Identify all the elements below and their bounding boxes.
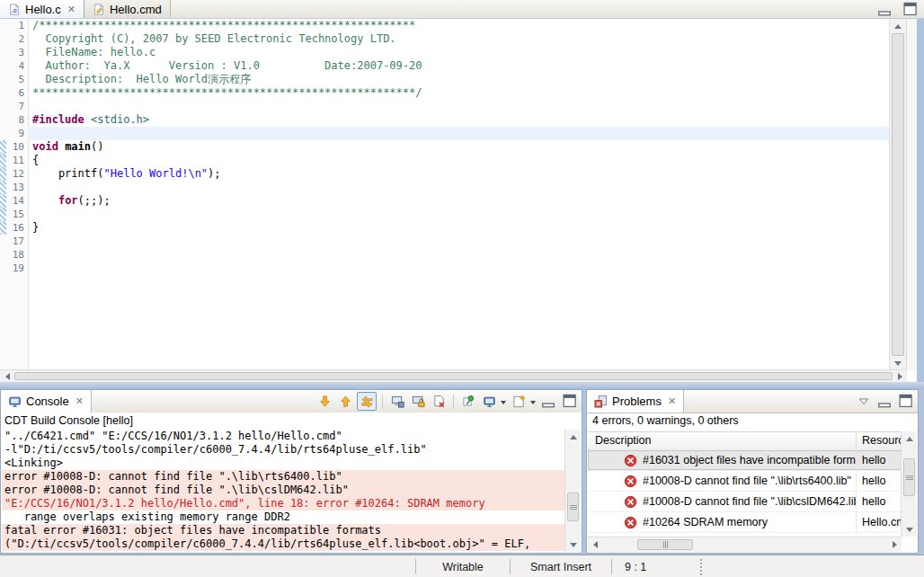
console-error-line[interactable]: error #10008-D: cannot find file ".\lib\… (2, 470, 564, 484)
clear-console-icon[interactable] (430, 393, 448, 410)
close-icon[interactable]: ✕ (76, 396, 84, 406)
console-line: range overlaps existing memory range DDR… (2, 510, 564, 524)
code-line-8[interactable]: 8#include <stdio.h> (0, 113, 890, 127)
problem-row[interactable]: #10264 SDRAM memoryHello.cmd (588, 512, 902, 533)
horizontal-sash[interactable] (0, 382, 924, 389)
minimize-icon[interactable] (875, 393, 893, 410)
code-line-13[interactable]: 13 (0, 181, 890, 194)
quickdiff-marker (0, 46, 6, 59)
code-line-5[interactable]: 5 Description: Hello World演示程序 (0, 73, 890, 86)
tab-console[interactable]: Console ✕ (1, 390, 92, 413)
problem-description-cell: #16031 object files have incompatible fo… (588, 450, 856, 470)
show-error-in-editor-icon[interactable] (357, 392, 377, 411)
code-line-9[interactable]: 9 (0, 127, 890, 140)
chevron-down-icon[interactable] (501, 395, 507, 408)
tab-problems[interactable]: Problems ✕ (587, 390, 684, 413)
problem-resource: hello (856, 471, 902, 491)
code-text (28, 208, 890, 221)
code-line-16[interactable]: 16} (0, 221, 890, 235)
console-error-line[interactable]: ("D:/ti/ccsv5/tools/compiler/c6000_7.4.4… (2, 537, 564, 551)
maximize-icon[interactable] (901, 1, 919, 18)
line-number: 2 (6, 32, 28, 46)
overview-ruler[interactable] (906, 19, 917, 370)
code-line-4[interactable]: 4 Author: Ya.X Version : V1.0 Date:2007-… (0, 59, 890, 73)
console-vertical-scrollbar[interactable] (564, 430, 581, 552)
error-icon (624, 495, 637, 509)
editor-vertical-scrollbar[interactable] (889, 19, 906, 370)
code-line-14[interactable]: 14 for(;;); (0, 194, 890, 208)
code-line-19[interactable]: 19 (0, 262, 890, 275)
code-line-3[interactable]: 3 FileName: hello.c (0, 46, 890, 59)
tab-hello-cmd[interactable]: Hello.cmd (84, 0, 171, 18)
code-line-17[interactable]: 17 (0, 235, 890, 248)
ide-window: .c Hello.c ✕ Hello.cmd 1/***************… (0, 0, 924, 577)
line-number: 13 (6, 181, 28, 194)
scroll-lock-icon[interactable] (409, 393, 427, 410)
pin-console-icon[interactable] (459, 393, 477, 410)
problems-vertical-scrollbar[interactable] (901, 431, 917, 537)
code-editor[interactable]: 1/**************************************… (0, 19, 890, 370)
svg-text:.c: .c (12, 6, 18, 14)
code-text (28, 235, 890, 248)
console-error-line[interactable]: fatal error #16031: object files have in… (2, 524, 564, 537)
problem-resource: hello (856, 450, 902, 470)
error-icon (624, 475, 637, 488)
problem-description: #10008-D cannot find file ".\lib\rts6400… (643, 475, 851, 487)
quickdiff-marker (0, 32, 6, 46)
code-line-1[interactable]: 1/**************************************… (0, 19, 890, 32)
line-number: 1 (6, 19, 28, 32)
code-line-12[interactable]: 12 printf("Hello World!\n"); (0, 167, 890, 181)
chevron-down-icon[interactable] (530, 395, 537, 408)
quickdiff-marker (0, 59, 6, 73)
next-error-icon[interactable] (315, 393, 333, 410)
code-line-11[interactable]: 11{ (0, 154, 890, 167)
open-console-icon[interactable] (510, 393, 528, 410)
console-line: <Linking> (2, 457, 564, 470)
editor-horizontal-scrollbar[interactable] (0, 369, 907, 382)
code-line-6[interactable]: 6***************************************… (0, 86, 890, 100)
console-icon (8, 395, 22, 408)
save-build-log-icon[interactable] (388, 393, 406, 410)
tab-hello-c[interactable]: .c Hello.c ✕ (0, 0, 84, 18)
console-error-line[interactable]: error #10008-D: cannot find file ".\lib\… (2, 484, 564, 497)
problem-resource: hello (856, 492, 902, 511)
maximize-icon[interactable] (560, 393, 578, 410)
code-text: /***************************************… (28, 19, 890, 32)
code-line-15[interactable]: 15 (0, 208, 890, 221)
problem-row[interactable]: #16031 object files have incompatible fo… (588, 450, 902, 471)
editor-area: .c Hello.c ✕ Hello.cmd 1/***************… (0, 0, 924, 382)
display-selected-console-icon[interactable] (480, 393, 498, 410)
quickdiff-marker (0, 235, 6, 248)
statusbar-grip (700, 559, 705, 575)
problems-horizontal-scrollbar[interactable] (588, 537, 902, 552)
code-line-2[interactable]: 2 Copyright (C), 2007 by SEED Electronic… (0, 32, 890, 46)
writable-status: Writable (416, 561, 510, 573)
problem-row[interactable]: #10008-D cannot find file ".\lib\cslDM64… (588, 492, 902, 512)
problem-description: #10008-D cannot find file ".\lib\cslDM64… (643, 495, 856, 508)
quickdiff-marker (0, 208, 6, 221)
console-output: "../C6421.cmd" "E:/CCS/16/NO1/3.1.2 hell… (2, 430, 564, 552)
view-menu-icon[interactable] (855, 393, 873, 410)
console-description: CDT Build Console [hello] (1, 413, 582, 429)
quickdiff-marker (0, 100, 6, 113)
console-error-line[interactable]: "E:/CCS/16/NO1/3.1.2 hello/Hello.cmd", l… (2, 497, 564, 510)
window-frame-edge (917, 19, 924, 382)
code-line-10[interactable]: 10void main() (0, 140, 890, 154)
problems-view: Problems ✕ 4 errors, 0 warnings, 0 other… (586, 389, 919, 554)
code-line-7[interactable]: 7 (0, 100, 890, 113)
code-line-18[interactable]: 18 (0, 248, 890, 262)
previous-error-icon[interactable] (336, 393, 354, 410)
maximize-icon[interactable] (896, 393, 914, 410)
close-icon[interactable]: ✕ (668, 396, 676, 406)
problem-row[interactable]: #10008-D cannot find file ".\lib\rts6400… (588, 471, 902, 492)
column-header-description[interactable]: Description (588, 432, 857, 450)
code-text: } (28, 221, 890, 235)
console-line: "../C6421.cmd" "E:/CCS/16/NO1/3.1.2 hell… (2, 430, 564, 443)
problem-description-cell: #10008-D cannot find file ".\lib\rts6400… (588, 471, 856, 491)
minimize-icon[interactable] (539, 393, 557, 410)
minimize-icon[interactable] (875, 1, 893, 18)
line-number: 14 (6, 194, 28, 208)
close-icon[interactable]: ✕ (67, 4, 76, 14)
tab-label: Console (26, 395, 69, 408)
code-text (28, 100, 890, 113)
